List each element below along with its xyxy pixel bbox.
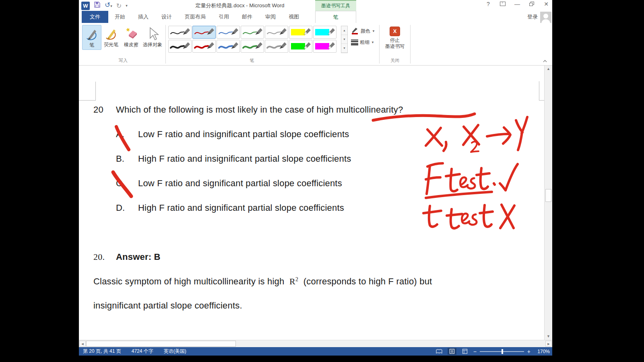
qat-customize-icon[interactable]: ▾ [126, 4, 128, 8]
option-text-A: Low F ratio and insignificant partial sl… [138, 129, 349, 140]
close-icon[interactable]: ✕ [542, 1, 551, 7]
horizontal-scrollbar[interactable]: ◄ ► [79, 340, 552, 347]
question-number: 20 [93, 105, 103, 115]
tab-邮件[interactable]: 邮件 [235, 11, 259, 23]
eraser-tool-button[interactable]: 橡皮擦 [122, 25, 141, 50]
ink-color-button[interactable]: 颜色 ▼ [351, 26, 378, 36]
window-title: 定量分析经典题.docx - Microsoft Word [139, 2, 341, 9]
eraser-tool-label: 橡皮擦 [122, 41, 141, 48]
tab-文件[interactable]: 文件 [82, 11, 108, 23]
gallery-scrollbar: ▲ ▼ ▼ [341, 26, 348, 53]
highlighter-tool-button[interactable]: 荧光笔 [101, 25, 121, 50]
highlighter-style-00ee00[interactable] [289, 40, 312, 53]
pen-tool-button[interactable]: 笔 [82, 25, 101, 50]
stop-inking-button[interactable]: X 停止 墨迹书写 [382, 26, 407, 55]
pen-tool-label: 笔 [83, 42, 101, 49]
explanation-line1: Classic symptom of high multicollinearit… [93, 276, 432, 287]
horizontal-scroll-thumb[interactable] [86, 341, 236, 347]
stop-inking-label-line2: 墨迹书写 [382, 43, 407, 49]
vertical-scrollbar[interactable]: ▲ ▼ [544, 66, 552, 340]
pens-group-label: 笔 [236, 58, 268, 64]
gallery-up-icon[interactable]: ▲ [341, 26, 347, 35]
scroll-left-icon[interactable]: ◄ [79, 341, 86, 347]
tab-设计[interactable]: 设计 [155, 11, 178, 23]
ribbon-tabs: 文件开始插入设计页面布局引用邮件审阅视图笔 [82, 11, 305, 23]
tab-视图[interactable]: 视图 [282, 11, 305, 23]
option-letter-D: D. [116, 203, 125, 213]
page-indicator[interactable]: 第 20 页, 共 41 页 [83, 348, 121, 355]
tab-审阅[interactable]: 审阅 [259, 11, 282, 23]
tab-笔[interactable]: 笔 [315, 11, 356, 23]
option-text-D: High F ratio and significant partial slo… [138, 203, 344, 213]
ink-thickness-button[interactable]: 粗细 ▼ [351, 37, 378, 47]
highlighter-style-00ffff[interactable] [313, 26, 336, 39]
redo-icon[interactable]: ↻ [116, 2, 122, 10]
word-app-icon[interactable]: W [81, 2, 90, 10]
tab-引用[interactable]: 引用 [212, 11, 235, 23]
gallery-more-icon[interactable]: ▼ [341, 44, 347, 53]
language-indicator[interactable]: 英语(美国) [164, 348, 186, 355]
pen-style-9a9a9a[interactable] [265, 40, 288, 53]
ribbon-tab-row: 文件开始插入设计页面布局引用邮件审阅视图笔 登录 [79, 11, 552, 23]
r-squared-symbol: R2 [289, 276, 298, 286]
web-layout-icon[interactable] [460, 348, 469, 355]
tab-开始[interactable]: 开始 [108, 11, 132, 23]
zoom-slider[interactable]: − + [473, 349, 530, 354]
answer-label: Answer: B [116, 252, 161, 262]
minimize-icon[interactable]: — [513, 1, 522, 7]
pen-style-c00000[interactable] [192, 26, 216, 39]
ink-t-test-cross [423, 205, 514, 228]
pen-style-222222[interactable] [168, 26, 192, 39]
restore-icon[interactable] [527, 1, 536, 7]
eraser-icon [122, 27, 141, 41]
explanation-line2: insignificant partial slope coefficients… [93, 300, 242, 311]
print-layout-icon[interactable] [448, 348, 456, 355]
scroll-up-icon[interactable]: ▲ [545, 66, 552, 72]
zoom-slider-thumb[interactable] [502, 349, 503, 354]
highlighter-icon [101, 27, 121, 41]
pen-style-4477c4[interactable] [217, 40, 240, 53]
zoom-in-icon[interactable]: + [527, 349, 530, 354]
undo-icon[interactable]: ↺▾ [105, 1, 112, 10]
page-cropmark-topright-h [539, 100, 544, 101]
help-icon[interactable]: ? [484, 1, 493, 7]
pen-style-3d9140[interactable] [241, 40, 264, 53]
status-bar: 第 20 页, 共 41 页 4724 个字 英语(美国) − + 170% [79, 347, 552, 356]
stop-inking-label-line1: 停止 [382, 37, 407, 43]
document-page[interactable]: 20 Which of the following is most likely… [79, 66, 544, 340]
color-brush-icon [351, 27, 359, 35]
title-bar: W ↺▾ ↻ ▾ 定量分析经典题.docx - Microsoft Word 墨… [79, 0, 552, 11]
ribbon: 笔 荧光笔 橡皮擦 [79, 23, 552, 66]
scroll-down-icon[interactable]: ▼ [545, 333, 552, 340]
highlighter-style-ff00ff[interactable] [313, 40, 336, 53]
save-icon[interactable] [94, 1, 101, 10]
select-cursor-icon [142, 27, 163, 41]
pen-style-c00000[interactable] [192, 40, 216, 53]
word-count[interactable]: 4724 个字 [132, 348, 153, 355]
quick-access-toolbar: W ↺▾ ↻ ▾ [81, 1, 128, 10]
scroll-right-icon[interactable]: ► [545, 341, 552, 347]
gallery-down-icon[interactable]: ▼ [341, 35, 347, 44]
tab-页面布局[interactable]: 页面布局 [178, 11, 212, 23]
zoom-out-icon[interactable]: − [473, 349, 477, 354]
sign-in-link[interactable]: 登录 [527, 13, 538, 21]
read-mode-icon[interactable] [435, 348, 444, 355]
pen-style-4477c4[interactable] [217, 26, 240, 39]
close-group-label: 关闭 [379, 58, 411, 64]
zoom-level[interactable]: 170% [535, 349, 550, 354]
vertical-scroll-thumb[interactable] [545, 189, 551, 202]
ink-f-test-check [426, 163, 518, 198]
pen-style-222222[interactable] [168, 40, 192, 53]
pen-style-9a9a9a[interactable] [265, 26, 288, 39]
page-cropmark-topleft-h [79, 100, 95, 101]
word-window: W ↺▾ ↻ ▾ 定量分析经典题.docx - Microsoft Word 墨… [79, 0, 552, 356]
option-text-B: High F ratio and insignificant partial s… [138, 154, 351, 164]
select-objects-tool-button[interactable]: 选择对象 [142, 25, 163, 50]
highlighter-style-ffff00[interactable] [289, 26, 312, 39]
tab-插入[interactable]: 插入 [132, 11, 155, 23]
ribbon-display-options-icon[interactable] [498, 1, 507, 7]
pen-style-3d9140[interactable] [241, 26, 264, 39]
option-letter-B: B. [116, 154, 124, 164]
page-cropmark-topleft [95, 82, 96, 101]
collapse-ribbon-icon[interactable] [543, 59, 547, 64]
